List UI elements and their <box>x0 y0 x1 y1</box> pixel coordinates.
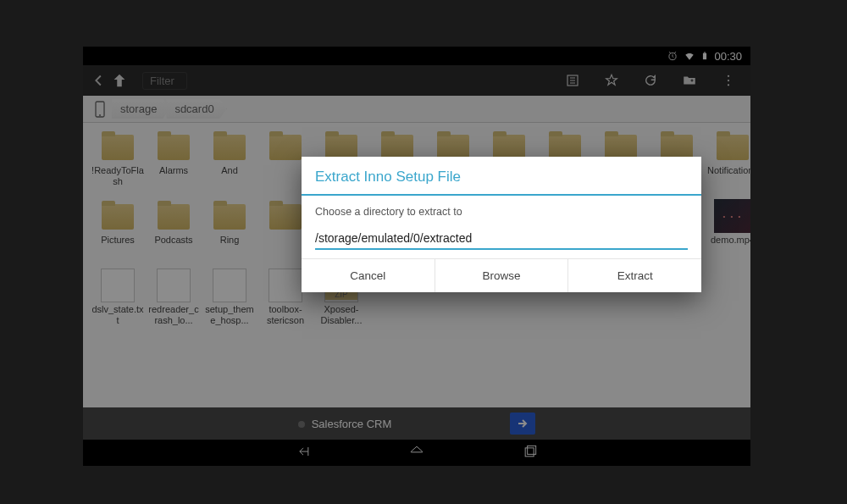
cancel-button[interactable]: Cancel <box>302 259 435 292</box>
dialog-title: Extract Inno Setup File <box>302 157 701 196</box>
extract-path-input[interactable] <box>315 226 688 250</box>
dialog-prompt: Choose a directory to extract to <box>315 206 688 218</box>
extract-dialog: Extract Inno Setup File Choose a directo… <box>302 157 701 292</box>
extract-button[interactable]: Extract <box>568 259 701 292</box>
browse-button[interactable]: Browse <box>435 259 569 292</box>
